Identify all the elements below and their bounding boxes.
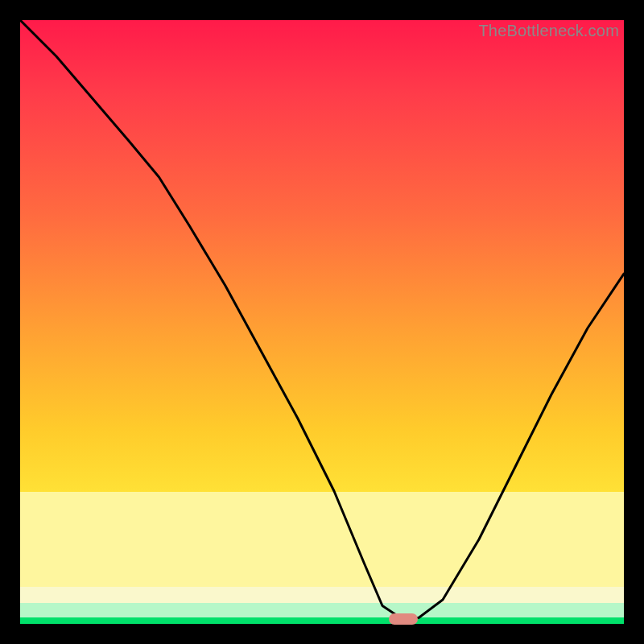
watermark-text: TheBottleneck.com (478, 22, 619, 40)
plot-area: TheBottleneck.com (20, 20, 624, 624)
bottleneck-curve (20, 20, 624, 624)
curve-path (20, 20, 624, 618)
optimal-marker (389, 613, 418, 625)
chart-frame: TheBottleneck.com (0, 0, 644, 644)
